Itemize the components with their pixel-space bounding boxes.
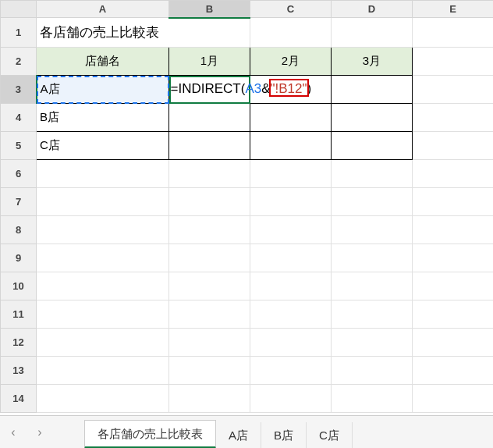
row-header-4[interactable]: 4 bbox=[1, 104, 37, 132]
row-header-1[interactable]: 1 bbox=[1, 18, 37, 48]
col-header-D[interactable]: D bbox=[332, 1, 413, 18]
cell-C9[interactable] bbox=[250, 244, 332, 272]
cell-B11[interactable] bbox=[169, 300, 250, 329]
tab-nav-next[interactable]: › bbox=[27, 416, 53, 448]
cell-E8[interactable] bbox=[413, 216, 494, 244]
sheet-tabs: 各店舗の売上比較表 A店 B店 C店 bbox=[84, 416, 353, 448]
cell-A12[interactable] bbox=[37, 329, 169, 357]
cell-D5[interactable] bbox=[332, 132, 413, 160]
cell-A7[interactable] bbox=[37, 188, 169, 216]
cell-E9[interactable] bbox=[413, 244, 494, 272]
cell-E13[interactable] bbox=[413, 357, 494, 385]
cell-E5[interactable] bbox=[413, 132, 494, 160]
row-header-14[interactable]: 14 bbox=[1, 385, 37, 413]
cell-C8[interactable] bbox=[250, 216, 332, 244]
cell-E11[interactable] bbox=[413, 300, 494, 329]
cell-B7[interactable] bbox=[169, 188, 250, 216]
cell-E10[interactable] bbox=[413, 272, 494, 300]
cell-A11[interactable] bbox=[37, 300, 169, 329]
cell-C6[interactable] bbox=[250, 160, 332, 188]
row-header-8[interactable]: 8 bbox=[1, 216, 37, 244]
cell-B12[interactable] bbox=[169, 329, 250, 357]
cell-B6[interactable] bbox=[169, 160, 250, 188]
cell-A8[interactable] bbox=[37, 216, 169, 244]
cell-A3[interactable]: A店 bbox=[37, 76, 169, 104]
row-header-7[interactable]: 7 bbox=[1, 188, 37, 216]
cell-D6[interactable] bbox=[332, 160, 413, 188]
cell-E2[interactable] bbox=[413, 48, 494, 76]
cell-D3[interactable] bbox=[332, 76, 413, 104]
cell-D12[interactable] bbox=[332, 329, 413, 357]
row-header-5[interactable]: 5 bbox=[1, 132, 37, 160]
cell-D10[interactable] bbox=[332, 272, 413, 300]
row-header-13[interactable]: 13 bbox=[1, 357, 37, 385]
cell-C10[interactable] bbox=[250, 272, 332, 300]
row-header-3[interactable]: 3 bbox=[1, 76, 37, 104]
cell-C13[interactable] bbox=[250, 357, 332, 385]
cell-B10[interactable] bbox=[169, 272, 250, 300]
col-header-A[interactable]: A bbox=[37, 1, 169, 18]
cell-D14[interactable] bbox=[332, 385, 413, 413]
cell-B5[interactable] bbox=[169, 132, 250, 160]
cell-C3[interactable] bbox=[250, 76, 332, 104]
cell-E12[interactable] bbox=[413, 329, 494, 357]
cell-D4[interactable] bbox=[332, 104, 413, 132]
cell-B2-header-m1[interactable]: 1月 bbox=[169, 48, 250, 76]
row-header-12[interactable]: 12 bbox=[1, 329, 37, 357]
cell-E14[interactable] bbox=[413, 385, 494, 413]
cell-E3[interactable] bbox=[413, 76, 494, 104]
select-all-corner[interactable] bbox=[1, 1, 37, 18]
cell-B9[interactable] bbox=[169, 244, 250, 272]
cell-C7[interactable] bbox=[250, 188, 332, 216]
col-header-B[interactable]: B bbox=[169, 1, 250, 18]
col-header-E[interactable]: E bbox=[413, 1, 494, 18]
cell-D1[interactable] bbox=[332, 18, 413, 48]
cell-A5[interactable]: C店 bbox=[37, 132, 169, 160]
cell-C4[interactable] bbox=[250, 104, 332, 132]
row-header-11[interactable]: 11 bbox=[1, 300, 37, 329]
tab-nav-prev[interactable]: ‹ bbox=[0, 416, 27, 448]
row-header-9[interactable]: 9 bbox=[1, 244, 37, 272]
sheet-tab-c[interactable]: C店 bbox=[307, 422, 353, 448]
cell-E7[interactable] bbox=[413, 188, 494, 216]
cell-A4[interactable]: B店 bbox=[37, 104, 169, 132]
row-header-10[interactable]: 10 bbox=[1, 272, 37, 300]
cell-C5[interactable] bbox=[250, 132, 332, 160]
cell-E1[interactable] bbox=[413, 18, 494, 48]
cell-D11[interactable] bbox=[332, 300, 413, 329]
sheet-tab-b[interactable]: B店 bbox=[261, 422, 307, 448]
cell-D2-header-m3[interactable]: 3月 bbox=[332, 48, 413, 76]
cell-D13[interactable] bbox=[332, 357, 413, 385]
cell-A14[interactable] bbox=[37, 385, 169, 413]
cell-C11[interactable] bbox=[250, 300, 332, 329]
cell-C2-header-m2[interactable]: 2月 bbox=[250, 48, 332, 76]
cell-D9[interactable] bbox=[332, 244, 413, 272]
cell-B8[interactable] bbox=[169, 216, 250, 244]
sheet-tab-a[interactable]: A店 bbox=[216, 422, 261, 448]
spreadsheet-grid[interactable]: A B C D E 1 各店舗の売上比較表 2 店舗名 1月 2月 3月 3 A… bbox=[0, 0, 493, 413]
column-header-row: A B C D E bbox=[1, 1, 494, 18]
cell-C1[interactable] bbox=[250, 18, 332, 48]
cell-C14[interactable] bbox=[250, 385, 332, 413]
sheet-tab-summary[interactable]: 各店舗の売上比較表 bbox=[84, 420, 216, 448]
cell-A10[interactable] bbox=[37, 272, 169, 300]
cell-C12[interactable] bbox=[250, 329, 332, 357]
cell-D8[interactable] bbox=[332, 216, 413, 244]
cell-A2-header-store[interactable]: 店舗名 bbox=[37, 48, 169, 76]
row-header-2[interactable]: 2 bbox=[1, 48, 37, 76]
col-header-C[interactable]: C bbox=[250, 1, 332, 18]
cell-B4[interactable] bbox=[169, 104, 250, 132]
cell-A13[interactable] bbox=[37, 357, 169, 385]
cell-A6[interactable] bbox=[37, 160, 169, 188]
cell-D7[interactable] bbox=[332, 188, 413, 216]
sheet-tab-bar: ‹ › 各店舗の売上比較表 A店 B店 C店 bbox=[0, 415, 493, 448]
cell-B13[interactable] bbox=[169, 357, 250, 385]
row-header-6[interactable]: 6 bbox=[1, 160, 37, 188]
cell-B14[interactable] bbox=[169, 385, 250, 413]
cell-A1-title[interactable]: 各店舗の売上比較表 bbox=[37, 18, 250, 48]
cell-B3-editing[interactable] bbox=[169, 76, 250, 104]
cell-A9[interactable] bbox=[37, 244, 169, 272]
cell-E6[interactable] bbox=[413, 160, 494, 188]
cell-E4[interactable] bbox=[413, 104, 494, 132]
